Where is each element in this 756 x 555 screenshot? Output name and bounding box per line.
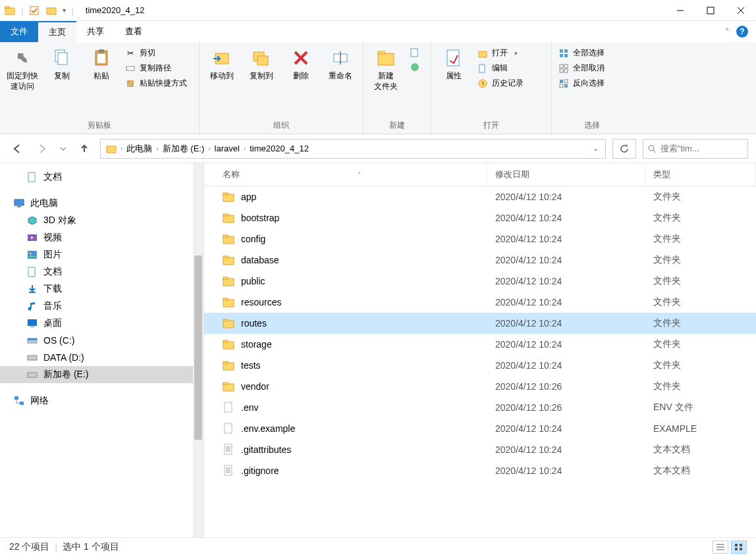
- file-row[interactable]: app2020/4/12 10:24文件夹: [204, 186, 756, 207]
- svg-rect-46: [14, 199, 24, 205]
- tree-drive-c[interactable]: OS (C:): [0, 332, 203, 349]
- tree-drive-d[interactable]: DATA (D:): [0, 349, 203, 366]
- folder-small-icon[interactable]: [45, 5, 57, 16]
- svg-rect-67: [223, 235, 228, 237]
- pin-button[interactable]: 固定到快 速访问: [4, 45, 41, 94]
- file-type: 文件夹: [645, 338, 756, 350]
- tree-this-pc[interactable]: 此电脑: [0, 195, 203, 212]
- tree-videos[interactable]: 视频: [0, 229, 203, 246]
- file-row[interactable]: .gitignore2020/4/12 10:24文本文档: [204, 460, 756, 481]
- easy-access-button[interactable]: [407, 61, 427, 74]
- svg-rect-76: [223, 342, 234, 349]
- status-count: 22 个项目: [9, 541, 49, 553]
- chevron-right-icon[interactable]: ›: [156, 145, 158, 152]
- tree-music[interactable]: 音乐: [0, 298, 203, 315]
- svg-rect-45: [28, 172, 35, 182]
- breadcrumb-item[interactable]: 此电脑: [124, 143, 155, 155]
- tree-network[interactable]: 网络: [0, 392, 203, 410]
- edit-button[interactable]: 编辑: [475, 61, 547, 75]
- open-button[interactable]: 打开▾: [475, 46, 547, 60]
- file-row[interactable]: storage2020/4/12 10:24文件夹: [204, 334, 756, 355]
- file-row[interactable]: resources2020/4/12 10:24文件夹: [204, 292, 756, 313]
- select-none-button[interactable]: 全部取消: [556, 61, 628, 75]
- svg-rect-69: [223, 256, 228, 258]
- tree-docs[interactable]: 文档: [0, 263, 203, 280]
- tree-pictures[interactable]: 图片: [0, 246, 203, 263]
- delete-button[interactable]: 删除: [283, 45, 319, 84]
- tree-drive-e[interactable]: 新加卷 (E:): [0, 366, 203, 383]
- up-button[interactable]: [75, 140, 94, 158]
- new-item-button[interactable]: [407, 46, 427, 59]
- file-row[interactable]: .env2020/4/12 10:26ENV 文件: [204, 397, 756, 418]
- file-row[interactable]: vendor2020/4/12 10:26文件夹: [204, 376, 756, 397]
- collapse-ribbon-icon[interactable]: ˄: [725, 27, 730, 37]
- breadcrumb-root-icon[interactable]: [103, 144, 119, 154]
- view-details-button[interactable]: [713, 541, 728, 554]
- copy-path-button[interactable]: 复制路径: [122, 61, 195, 75]
- help-icon[interactable]: ?: [736, 26, 748, 38]
- qat-dropdown-icon[interactable]: ▾: [63, 7, 66, 14]
- file-row[interactable]: config2020/4/12 10:24文件夹: [204, 228, 756, 250]
- file-list-body[interactable]: app2020/4/12 10:24文件夹bootstrap2020/4/12 …: [204, 186, 756, 537]
- maximize-button[interactable]: [695, 0, 726, 21]
- chevron-right-icon[interactable]: ›: [208, 145, 210, 152]
- breadcrumb-item[interactable]: time2020_4_12: [247, 144, 311, 153]
- breadcrumb-item[interactable]: laravel: [212, 144, 242, 153]
- tab-file[interactable]: 文件: [0, 21, 38, 42]
- file-row[interactable]: .env.example2020/4/12 10:24EXAMPLE: [204, 418, 756, 439]
- column-date[interactable]: 修改日期: [487, 163, 645, 186]
- column-type[interactable]: 类型: [645, 163, 756, 186]
- nav-tree[interactable]: 文档 此电脑 3D 对象 视频 图片 文档 下载 音乐 桌面 OS (C:) D…: [0, 163, 204, 537]
- new-folder-button[interactable]: 新建 文件夹: [367, 45, 404, 94]
- paste-button[interactable]: 粘贴: [83, 45, 120, 84]
- address-dropdown-icon[interactable]: ⌄: [589, 144, 603, 153]
- copy-button[interactable]: 复制: [43, 45, 80, 84]
- tab-view[interactable]: 查看: [115, 21, 153, 42]
- recent-dropdown[interactable]: [58, 140, 68, 158]
- properties-button[interactable]: 属性: [435, 45, 472, 84]
- select-all-button[interactable]: 全部选择: [556, 46, 628, 60]
- copy-to-icon: [251, 47, 272, 68]
- file-row[interactable]: database2020/4/12 10:24文件夹: [204, 250, 756, 271]
- file-row[interactable]: .gitattributes2020/4/12 10:24文本文档: [204, 439, 756, 460]
- tab-share[interactable]: 共享: [76, 21, 115, 42]
- tree-3d-objects[interactable]: 3D 对象: [0, 212, 203, 229]
- move-to-button[interactable]: 移动到: [203, 45, 240, 84]
- tree-downloads[interactable]: 下载: [0, 280, 203, 298]
- search-input[interactable]: 搜索"tim...: [643, 139, 748, 159]
- group-label-open: 打开: [435, 119, 547, 132]
- tab-home[interactable]: 主页: [38, 21, 76, 42]
- tree-scrollbar[interactable]: [193, 163, 203, 537]
- rename-button[interactable]: 重命名: [322, 45, 359, 84]
- copy-to-button[interactable]: 复制到: [243, 45, 280, 84]
- column-name[interactable]: 名称˄: [204, 163, 487, 186]
- close-button[interactable]: [726, 0, 756, 21]
- forward-button[interactable]: [33, 140, 51, 158]
- chevron-right-icon[interactable]: ›: [244, 145, 246, 152]
- tree-desktop[interactable]: 桌面: [0, 315, 203, 332]
- cut-button[interactable]: ✂剪切: [122, 46, 195, 60]
- drive-icon: [26, 334, 38, 346]
- history-button[interactable]: 历史记录: [475, 76, 547, 90]
- svg-rect-28: [479, 65, 485, 72]
- file-type: 文件夹: [645, 296, 756, 308]
- breadcrumb-item[interactable]: 新加卷 (E:): [160, 143, 207, 155]
- file-name: database: [241, 255, 279, 265]
- back-button[interactable]: [8, 140, 26, 158]
- file-row[interactable]: bootstrap2020/4/12 10:24文件夹: [204, 207, 756, 228]
- chevron-right-icon[interactable]: ›: [121, 145, 122, 152]
- address-bar[interactable]: › 此电脑 › 新加卷 (E:) › laravel › time2020_4_…: [100, 139, 606, 159]
- paste-shortcut-button[interactable]: 粘贴快捷方式: [122, 76, 195, 90]
- view-icons-button[interactable]: [731, 541, 747, 554]
- move-icon: [211, 47, 232, 68]
- file-name: resources: [241, 297, 281, 307]
- file-row[interactable]: routes2020/4/12 10:24文件夹: [204, 313, 756, 334]
- checkbox-icon[interactable]: [28, 5, 40, 16]
- tree-documents[interactable]: 文档: [0, 169, 203, 186]
- file-date: 2020/4/12 10:26: [487, 402, 645, 413]
- refresh-button[interactable]: [612, 139, 636, 159]
- file-row[interactable]: tests2020/4/12 10:24文件夹: [204, 355, 756, 376]
- invert-selection-button[interactable]: 反向选择: [556, 76, 628, 90]
- file-row[interactable]: public2020/4/12 10:24文件夹: [204, 271, 756, 292]
- minimize-button[interactable]: [665, 0, 695, 21]
